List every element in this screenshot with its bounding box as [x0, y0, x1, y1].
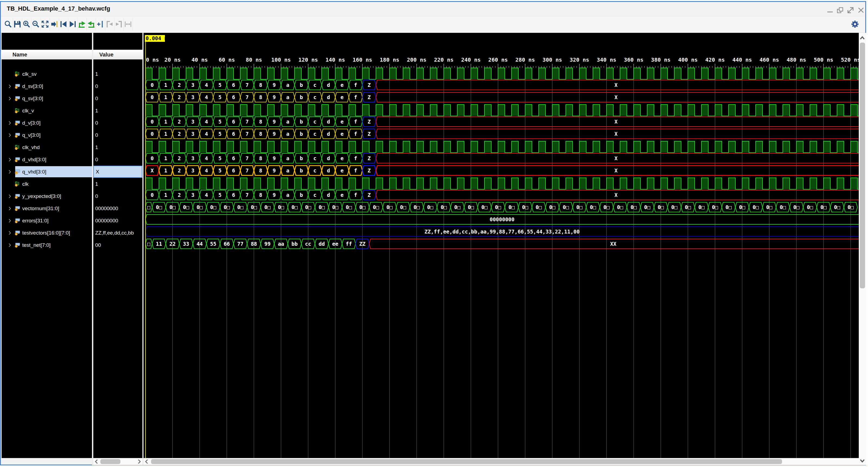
- signal-value-text: 0: [95, 132, 98, 138]
- signal-value-test_net[7:0][interactable]: 00: [93, 239, 143, 251]
- find-button[interactable]: [3, 18, 13, 31]
- signal-row-q_vhd[3:0][interactable]: vq_vhd[3:0]: [2, 166, 92, 178]
- expand-chevron-icon[interactable]: [8, 121, 14, 125]
- signal-row-test_net[7:0][interactable]: vtest_net[7:0]: [2, 239, 92, 251]
- minimize-button[interactable]: [826, 7, 834, 14]
- signal-row-errors[31:0][interactable]: verrors[31:0]: [2, 214, 92, 227]
- signal-row-vectornum[31:0][interactable]: vvectornum[31:0]: [2, 202, 92, 214]
- float-button[interactable]: [836, 7, 844, 14]
- signal-value-d_v[3:0][interactable]: 0: [93, 117, 143, 129]
- add-marker-button[interactable]: [96, 18, 105, 31]
- svg-text:e: e: [340, 155, 343, 161]
- expand-chevron-icon[interactable]: [8, 231, 14, 235]
- signal-row-q_sv[3:0][interactable]: vq_sv[3:0]: [2, 92, 92, 105]
- svg-text:b: b: [300, 168, 303, 174]
- signal-value-clk_v[interactable]: 1: [93, 105, 143, 117]
- signal-value-clk_vhd[interactable]: 1: [93, 141, 143, 153]
- svg-text:22: 22: [169, 241, 176, 247]
- signal-name: test_net[7:0]: [22, 242, 51, 248]
- zoom-out-button[interactable]: [31, 18, 41, 31]
- svg-text:77: 77: [237, 241, 244, 247]
- previous-transition-button[interactable]: [59, 18, 68, 31]
- expand-chevron-icon[interactable]: [8, 206, 14, 211]
- signal-value-d_vhd[3:0][interactable]: 0: [93, 153, 143, 166]
- wave-h-thumb[interactable]: [151, 459, 782, 464]
- previous-marker-button[interactable]: [105, 18, 115, 31]
- svg-text:0□: 0□: [373, 204, 379, 210]
- close-button[interactable]: [857, 7, 865, 14]
- scroll-down-icon[interactable]: [859, 458, 866, 464]
- signal-value-q_vhd[3:0][interactable]: X: [93, 166, 143, 178]
- swap-next-button[interactable]: [87, 18, 96, 31]
- signal-value-clk[interactable]: 1: [93, 178, 143, 190]
- next-marker-button[interactable]: [114, 18, 124, 31]
- zoom-in-button[interactable]: [22, 18, 31, 31]
- signal-row-clk_sv[interactable]: vclk_sv: [2, 68, 92, 80]
- zoom-fit-button[interactable]: [40, 18, 50, 31]
- expand-chevron-icon[interactable]: [8, 157, 14, 162]
- go-to-time-button[interactable]: [50, 18, 59, 31]
- waveform-canvas[interactable]: 0 ns20 ns40 ns60 ns80 ns100 ns120 ns140 …: [144, 33, 859, 458]
- signal-row-q_v[3:0][interactable]: vq_v[3:0]: [2, 129, 92, 141]
- signal-row-testvectors[16:0][7:0][interactable]: vtestvectors[16:0][7:0]: [2, 227, 92, 239]
- signal-value-y_yexpected[3:0][interactable]: 0: [93, 190, 143, 202]
- signal-value-q_v[3:0][interactable]: 0: [93, 129, 143, 141]
- svg-text:8: 8: [259, 192, 262, 198]
- signal-row-d_vhd[3:0][interactable]: vd_vhd[3:0]: [2, 153, 92, 166]
- expand-chevron-icon[interactable]: [8, 170, 14, 174]
- signal-value-vectornum[31:0][interactable]: 00000000: [93, 202, 143, 214]
- signal-row-d_v[3:0][interactable]: vd_v[3:0]: [2, 117, 92, 129]
- name-column-header[interactable]: Name: [2, 50, 92, 59]
- value-h-thumb[interactable]: [100, 459, 120, 464]
- float-icon: [836, 7, 844, 14]
- value-wave-splitter[interactable]: [143, 33, 144, 465]
- expand-chevron-icon[interactable]: [8, 96, 14, 101]
- swap-previous-button[interactable]: [77, 18, 87, 31]
- scroll-up-icon[interactable]: [859, 35, 866, 41]
- scroll-left-icon[interactable]: [94, 458, 99, 465]
- settings-button[interactable]: [849, 19, 860, 30]
- svg-text:v: v: [16, 233, 17, 236]
- svg-text:480 ns: 480 ns: [786, 56, 806, 63]
- expand-chevron-icon[interactable]: [8, 218, 14, 223]
- svg-text:6: 6: [232, 131, 235, 137]
- scroll-left-icon[interactable]: [144, 458, 150, 465]
- svg-text:7: 7: [246, 155, 248, 161]
- svg-text:aa: aa: [278, 241, 284, 247]
- signal-value-clk_sv[interactable]: 1: [93, 68, 143, 80]
- signal-row-clk_vhd[interactable]: vclk_vhd: [2, 141, 92, 153]
- signal-value-testvectors[16:0][7:0][interactable]: ZZ,ff,ee,dd,cc,bb: [93, 227, 143, 239]
- expand-chevron-icon[interactable]: [8, 84, 14, 89]
- svg-text:9: 9: [273, 94, 276, 100]
- svg-text:ee: ee: [332, 241, 339, 247]
- signal-row-clk_v[interactable]: vclk_v: [2, 105, 92, 117]
- next-transition-button[interactable]: [68, 18, 78, 31]
- signal-value-text: 1: [95, 71, 98, 77]
- maximize-button[interactable]: [846, 7, 855, 14]
- svg-text:a: a: [286, 119, 289, 125]
- value-h-scrollbar[interactable]: [93, 458, 143, 465]
- signal-name-panel[interactable]: vclk_svvd_sv[3:0]vq_sv[3:0]vclk_vvd_v[3:…: [2, 33, 92, 458]
- wave-v-thumb[interactable]: [860, 42, 865, 288]
- signal-row-y_yexpected[3:0][interactable]: vy_yexpected[3:0]: [2, 190, 92, 202]
- expand-chevron-icon[interactable]: [8, 133, 14, 137]
- span-markers-button[interactable]: [123, 18, 133, 31]
- save-button[interactable]: [13, 18, 22, 31]
- signal-row-d_sv[3:0][interactable]: vd_sv[3:0]: [2, 80, 92, 92]
- wave-h-scrollbar[interactable]: [144, 458, 859, 465]
- signal-value-d_sv[3:0][interactable]: 0: [93, 80, 143, 92]
- wave-v-scrollbar[interactable]: [859, 33, 866, 465]
- signal-value-q_sv[3:0][interactable]: 0: [93, 92, 143, 105]
- scroll-right-icon[interactable]: [136, 458, 142, 465]
- signal-row-clk[interactable]: vclk: [2, 178, 92, 190]
- expand-chevron-icon[interactable]: [8, 243, 14, 247]
- signal-value-panel[interactable]: 10010010X100000000000000000ZZ,ff,ee,dd,c…: [93, 33, 143, 458]
- svg-text:v: v: [16, 221, 17, 224]
- value-column-header[interactable]: Value: [93, 50, 143, 59]
- svg-text:e: e: [340, 131, 343, 137]
- tree-value-splitter[interactable]: [92, 33, 93, 465]
- signal-value-errors[31:0][interactable]: 00000000: [93, 214, 143, 227]
- expand-chevron-icon[interactable]: [8, 194, 14, 199]
- svg-text:0□: 0□: [739, 204, 745, 210]
- svg-text:e: e: [340, 94, 343, 100]
